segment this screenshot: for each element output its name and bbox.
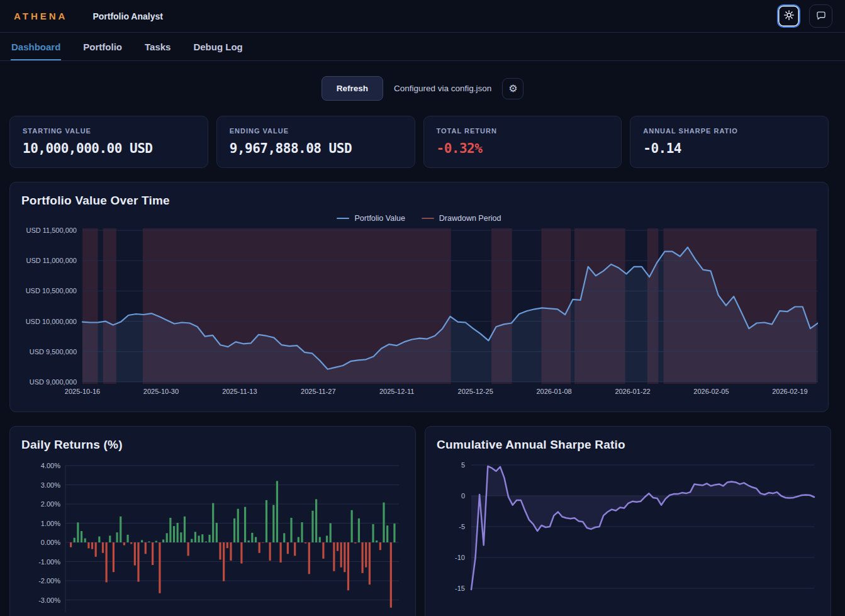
svg-text:2026-01-22: 2026-01-22 — [615, 388, 650, 395]
stat-label: ANNUAL SHARPE RATIO — [643, 127, 815, 135]
svg-text:2026-02-05: 2026-02-05 — [693, 388, 729, 395]
svg-text:USD 10,000,000: USD 10,000,000 — [26, 318, 77, 325]
svg-text:2025-11-13: 2025-11-13 — [222, 388, 257, 395]
sun-icon — [783, 9, 795, 23]
sharpe-ratio-card: Cumulative Annual Sharpe Ratio 50-5-10-1… — [425, 426, 831, 616]
daily-returns-card: Daily Returns (%) 4.00%3.00%2.00%1.00%0.… — [9, 426, 416, 616]
stat-card-ending-value: ENDING VALUE 9,967,888.08 USD — [216, 116, 415, 168]
svg-text:USD 9,500,000: USD 9,500,000 — [30, 348, 77, 356]
tab-debug-log[interactable]: Debug Log — [193, 33, 243, 60]
stats-row: STARTING VALUE 10,000,000.00 USD ENDING … — [9, 116, 829, 168]
legend-label: Portfolio Value — [354, 214, 405, 223]
svg-text:2025-12-11: 2025-12-11 — [379, 388, 414, 395]
header-actions — [777, 4, 832, 28]
svg-text:-10: -10 — [455, 554, 465, 561]
svg-text:2025-11-27: 2025-11-27 — [301, 388, 335, 395]
chart-title-sharpe-ratio: Cumulative Annual Sharpe Ratio — [437, 438, 819, 452]
settings-button[interactable]: ⚙ — [502, 78, 523, 99]
legend-swatch-portfolio-value — [337, 218, 349, 220]
svg-text:2025-12-25: 2025-12-25 — [458, 388, 493, 395]
chat-button[interactable] — [809, 4, 832, 28]
stat-card-annual-sharpe: ANNUAL SHARPE RATIO -0.14 — [630, 116, 829, 168]
refresh-button[interactable]: Refresh — [322, 76, 383, 101]
svg-text:-5: -5 — [459, 523, 465, 530]
legend-item-portfolio-value: Portfolio Value — [337, 214, 405, 223]
svg-text:-1.00%: -1.00% — [38, 558, 60, 566]
config-note: Configured via config.json — [394, 84, 491, 93]
svg-text:2026-02-19: 2026-02-19 — [772, 388, 807, 395]
svg-text:USD 9,000,000: USD 9,000,000 — [30, 378, 77, 386]
tab-dashboard[interactable]: Dashboard — [11, 33, 61, 60]
stat-value: 10,000,000.00 USD — [23, 141, 195, 156]
svg-text:5: 5 — [461, 461, 465, 469]
brand-logo: ATHENA — [14, 11, 67, 21]
stat-label: TOTAL RETURN — [437, 127, 609, 135]
svg-text:-2.00%: -2.00% — [38, 577, 60, 585]
gear-icon: ⚙ — [508, 84, 517, 94]
svg-text:1.00%: 1.00% — [41, 520, 60, 527]
stat-label: STARTING VALUE — [23, 127, 195, 135]
tab-tasks[interactable]: Tasks — [144, 33, 171, 60]
stat-value: 9,967,888.08 USD — [230, 141, 402, 156]
svg-text:2.00%: 2.00% — [41, 500, 60, 508]
svg-text:-15: -15 — [455, 585, 465, 592]
chart-legend: Portfolio Value Drawdown Period — [21, 214, 817, 223]
toolbar: Refresh Configured via config.json ⚙ — [0, 76, 845, 101]
app-title: Portfolio Analyst — [92, 11, 163, 21]
svg-text:0.00%: 0.00% — [41, 539, 60, 546]
svg-text:2026-01-08: 2026-01-08 — [536, 388, 571, 395]
legend-swatch-drawdown-period — [422, 218, 434, 220]
daily-returns-chart: 4.00%3.00%2.00%1.00%0.00%-1.00%-2.00%-3.… — [21, 459, 404, 616]
stat-card-starting-value: STARTING VALUE 10,000,000.00 USD — [9, 116, 208, 168]
stat-card-total-return: TOTAL RETURN -0.32% — [423, 116, 622, 168]
stat-label: ENDING VALUE — [230, 127, 402, 135]
svg-text:2025-10-16: 2025-10-16 — [65, 388, 100, 395]
svg-text:2025-10-30: 2025-10-30 — [143, 388, 179, 395]
main-tabbar: Dashboard Portfolio Tasks Debug Log — [0, 33, 845, 61]
portfolio-value-card: Portfolio Value Over Time Portfolio Valu… — [9, 182, 829, 412]
tab-portfolio[interactable]: Portfolio — [82, 33, 123, 60]
svg-text:USD 11,000,000: USD 11,000,000 — [26, 257, 77, 264]
sharpe-ratio-chart: 50-5-10-15 — [437, 459, 819, 616]
svg-text:-3.00%: -3.00% — [38, 596, 60, 604]
bottom-charts-row: Daily Returns (%) 4.00%3.00%2.00%1.00%0.… — [9, 426, 829, 616]
svg-text:4.00%: 4.00% — [41, 462, 60, 469]
legend-label: Drawdown Period — [439, 214, 501, 223]
theme-toggle-button[interactable] — [777, 4, 800, 28]
app-header: ATHENA Portfolio Analyst — [0, 0, 845, 33]
stat-value: -0.32% — [437, 141, 609, 156]
chart-title-daily-returns: Daily Returns (%) — [21, 438, 404, 452]
svg-text:3.00%: 3.00% — [41, 481, 60, 489]
svg-text:0: 0 — [461, 492, 465, 500]
svg-text:USD 11,500,000: USD 11,500,000 — [26, 227, 77, 234]
chart-title-portfolio-value: Portfolio Value Over Time — [21, 194, 817, 208]
legend-item-drawdown-period: Drawdown Period — [422, 214, 501, 223]
portfolio-value-chart: USD 11,500,000USD 11,000,000USD 10,500,0… — [21, 227, 818, 401]
chat-icon — [815, 9, 827, 23]
stat-value: -0.14 — [643, 141, 815, 156]
svg-text:USD 10,500,000: USD 10,500,000 — [26, 287, 77, 294]
